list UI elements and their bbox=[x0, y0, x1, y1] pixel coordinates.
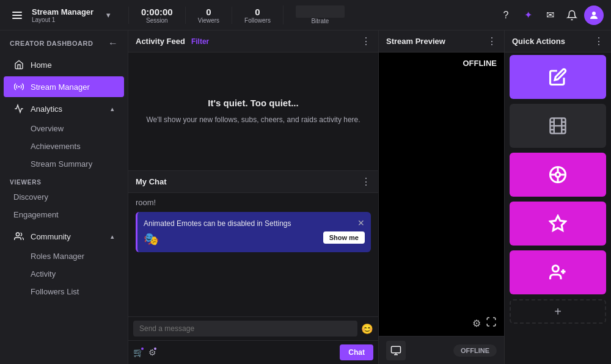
chat-emoji-button[interactable]: 😊 bbox=[361, 323, 373, 335]
sidebar-item-community[interactable]: Community ▴ bbox=[4, 226, 124, 247]
emote-icon: 🎭 bbox=[144, 231, 318, 246]
bitrate-bar bbox=[296, 5, 345, 18]
center-panels: Activity Feed Filter ⋮ It's quiet. Too q… bbox=[128, 31, 379, 364]
activity-feed-header: Activity Feed Filter ⋮ bbox=[128, 31, 378, 53]
viewers-section-label: VIEWERS bbox=[0, 173, 128, 188]
chat-message-room: room! bbox=[136, 198, 371, 207]
bitrate-stat: Bitrate bbox=[283, 5, 357, 24]
stream-preview-header: Stream Preview ⋮ bbox=[379, 31, 504, 53]
chat-message-area: room! Animated Emotes can be disabled in… bbox=[128, 193, 378, 316]
chat-footer: 🛒 ⚙ Chat bbox=[128, 340, 378, 364]
activity-feed-panel: Activity Feed Filter ⋮ It's quiet. Too q… bbox=[128, 31, 378, 171]
stream-preview-title: Stream Preview bbox=[386, 37, 445, 46]
chat-menu-button[interactable]: ⋮ bbox=[361, 176, 371, 187]
topnav-actions: ? ✦ ✉ bbox=[489, 5, 611, 25]
messages-button[interactable]: ✉ bbox=[540, 5, 560, 25]
sidebar-item-analytics[interactable]: Analytics ▴ bbox=[4, 98, 124, 119]
session-label: Session bbox=[146, 17, 168, 24]
sidebar-item-stream-summary[interactable]: Stream Summary bbox=[4, 156, 124, 172]
chat-input-row: 😊 bbox=[128, 316, 378, 340]
svg-rect-3 bbox=[392, 346, 401, 353]
notifications-button[interactable] bbox=[562, 5, 582, 25]
sidebar-item-followers-list[interactable]: Followers List bbox=[4, 283, 124, 300]
stream-preview-panel: Stream Preview ⋮ OFFLINE ⚙ OFFLINE bbox=[379, 31, 504, 364]
analytics-icon bbox=[13, 103, 24, 114]
sidebar-item-engagement[interactable]: Engagement bbox=[4, 206, 124, 223]
preview-settings-button[interactable]: ⚙ bbox=[472, 316, 481, 330]
offline-label: OFFLINE bbox=[463, 59, 497, 68]
sidebar-item-overview[interactable]: Overview bbox=[4, 120, 124, 137]
hamburger-button[interactable] bbox=[7, 5, 27, 25]
community-chevron-icon: ▴ bbox=[111, 233, 114, 241]
layout-chevron-button[interactable]: ▾ bbox=[98, 5, 118, 25]
quick-action-clip-button[interactable] bbox=[510, 104, 606, 148]
community-label: Community bbox=[31, 232, 71, 241]
activity-feed-title: Activity Feed bbox=[136, 37, 185, 46]
community-icon bbox=[13, 231, 24, 242]
extensions-button[interactable]: ✦ bbox=[518, 5, 538, 25]
sidebar-header: CREATOR DASHBOARD ← bbox=[0, 31, 128, 54]
followers-value: 0 bbox=[255, 7, 260, 17]
stream-preview-area: OFFLINE ⚙ bbox=[379, 53, 504, 336]
hamburger-icon bbox=[12, 12, 22, 19]
topnav-stats: 0:00:00 Session 0 Viewers 0 Followers Bi… bbox=[128, 5, 357, 24]
quick-actions-menu-button[interactable]: ⋮ bbox=[594, 35, 604, 47]
sidebar-back-button[interactable]: ← bbox=[108, 38, 118, 49]
notification-text: Animated Emotes can be disabled in Setti… bbox=[144, 218, 318, 229]
chat-header: My Chat ⋮ bbox=[128, 171, 378, 193]
preview-controls: ⚙ bbox=[472, 316, 497, 330]
sidebar-item-activity[interactable]: Activity bbox=[4, 266, 124, 282]
main-content: CREATOR DASHBOARD ← Home Stream Manager … bbox=[0, 31, 611, 364]
notification-close-button[interactable]: ✕ bbox=[357, 218, 365, 228]
quick-actions-panel: Quick Actions ⋮ + bbox=[504, 31, 611, 364]
sidebar-item-roles-manager[interactable]: Roles Manager bbox=[4, 248, 124, 264]
chat-extra-button[interactable]: 🛒 bbox=[133, 348, 144, 357]
app-title: Stream Manager Layout 1 bbox=[32, 7, 93, 23]
sidebar-item-discovery[interactable]: Discovery bbox=[4, 189, 124, 205]
quick-action-wheel-button[interactable] bbox=[510, 153, 606, 197]
activity-menu-button[interactable]: ⋮ bbox=[361, 35, 371, 47]
stream-preview-menu-button[interactable]: ⋮ bbox=[487, 35, 497, 47]
chat-send-button[interactable]: Chat bbox=[340, 344, 373, 360]
chat-notification: Animated Emotes can be disabled in Setti… bbox=[136, 212, 371, 252]
app-layout-label: Layout 1 bbox=[32, 16, 93, 23]
sidebar-item-stream-manager[interactable]: Stream Manager bbox=[4, 76, 124, 97]
followers-label: Followers bbox=[244, 17, 271, 24]
chat-input[interactable] bbox=[133, 321, 357, 337]
svg-point-0 bbox=[592, 12, 596, 15]
show-me-button[interactable]: Show me bbox=[323, 231, 365, 244]
quick-action-add-button[interactable]: + bbox=[510, 299, 606, 324]
topnav: Stream Manager Layout 1 ▾ 0:00:00 Sessio… bbox=[0, 0, 611, 31]
preview-expand-button[interactable] bbox=[486, 316, 497, 330]
quick-action-star-button[interactable] bbox=[510, 202, 606, 246]
chat-title: My Chat bbox=[136, 177, 167, 186]
session-stat: 0:00:00 Session bbox=[128, 7, 185, 24]
stream-thumbnail-button[interactable] bbox=[386, 341, 406, 360]
bitrate-label: Bitrate bbox=[311, 18, 329, 24]
avatar-button[interactable] bbox=[584, 5, 604, 25]
sidebar-item-achievements[interactable]: Achievements bbox=[4, 138, 124, 155]
chat-settings-button[interactable]: ⚙ bbox=[148, 348, 156, 357]
viewers-value: 0 bbox=[206, 7, 211, 17]
quick-action-edit-button[interactable] bbox=[510, 55, 606, 99]
help-button[interactable]: ? bbox=[496, 5, 516, 25]
sidebar-item-home[interactable]: Home bbox=[4, 54, 124, 75]
chat-footer-left: 🛒 ⚙ bbox=[133, 348, 156, 357]
chat-panel: My Chat ⋮ room! Animated Emotes can be d… bbox=[128, 171, 378, 364]
svg-point-19 bbox=[552, 266, 558, 272]
viewers-stat: 0 Viewers bbox=[185, 7, 232, 24]
analytics-label: Analytics bbox=[31, 104, 62, 114]
svg-point-2 bbox=[16, 233, 19, 236]
sidebar-header-title: CREATOR DASHBOARD bbox=[10, 40, 93, 47]
stream-bottom-bar: OFFLINE bbox=[379, 336, 504, 364]
activity-filter-button[interactable]: Filter bbox=[191, 37, 209, 46]
viewers-label: Viewers bbox=[198, 17, 219, 24]
svg-point-1 bbox=[18, 86, 20, 88]
app-title-main: Stream Manager bbox=[32, 7, 93, 16]
add-icon: + bbox=[554, 305, 562, 319]
activity-quiet-title: It's quiet. Too quiet... bbox=[208, 98, 298, 108]
quick-action-add-user-button[interactable] bbox=[510, 250, 606, 294]
sidebar: CREATOR DASHBOARD ← Home Stream Manager … bbox=[0, 31, 128, 364]
activity-quiet-state: It's quiet. Too quiet... We'll show your… bbox=[128, 53, 378, 170]
followers-stat: 0 Followers bbox=[232, 7, 283, 24]
